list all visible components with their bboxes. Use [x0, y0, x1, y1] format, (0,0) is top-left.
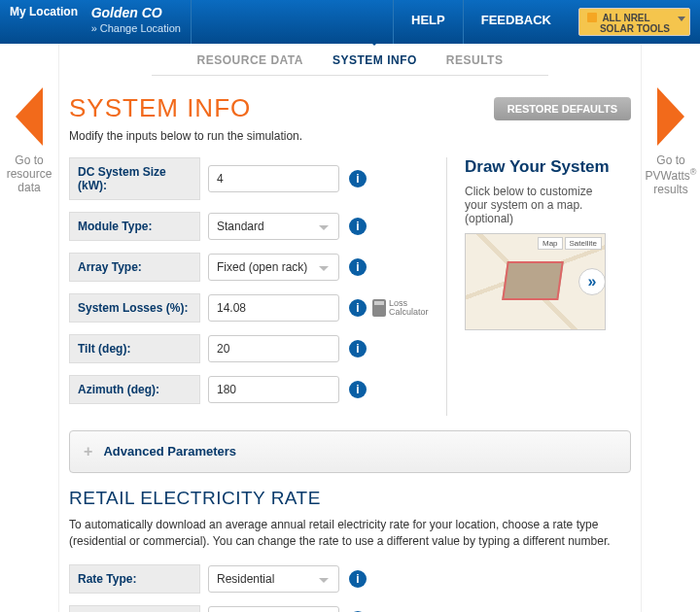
next-arrow-icon[interactable]: [657, 87, 684, 146]
row-azimuth: Azimuth (deg): 180 i: [69, 375, 429, 404]
dc-size-input[interactable]: 4: [208, 165, 339, 192]
draw-system-desc: Click below to customize your system on …: [465, 185, 612, 225]
solar-tools-dropdown[interactable]: ALL NREL SOLAR TOOLS: [578, 8, 690, 36]
info-icon[interactable]: i: [349, 381, 367, 398]
tab-system-info[interactable]: SYSTEM INFO: [332, 53, 417, 67]
rate-label: Rate ($/kWh):: [69, 605, 200, 612]
nav-right-l2: PVWatts®: [642, 167, 700, 183]
rate-type-select[interactable]: Residential: [208, 565, 339, 593]
losses-label: System Losses (%):: [69, 293, 200, 323]
row-module-type: Module Type: Standard i: [69, 212, 429, 241]
help-button[interactable]: HELP: [393, 0, 463, 44]
info-icon[interactable]: i: [349, 258, 367, 276]
retail-title: RETAIL ELECTRICITY RATE: [69, 488, 631, 509]
change-location-link[interactable]: » Change Location: [91, 22, 181, 34]
advanced-label: Advanced Parameters: [103, 444, 236, 459]
top-header: My Location Golden CO » Change Location …: [0, 0, 700, 44]
dc-size-label: DC System Size (kW):: [69, 157, 200, 200]
row-tilt: Tilt (deg): 20 i: [69, 334, 429, 363]
row-dc-size: DC System Size (kW): 4 i: [69, 157, 429, 200]
tab-results[interactable]: RESULTS: [446, 53, 504, 67]
row-rate: Rate ($/kWh): 0.111 i: [69, 605, 631, 612]
tilt-input[interactable]: 20: [208, 335, 339, 362]
rate-input[interactable]: 0.111: [208, 606, 339, 612]
row-system-losses: System Losses (%): 14.08 i Loss Calculat…: [69, 293, 429, 323]
draw-system-panel: Draw Your System Click below to customiz…: [446, 157, 612, 416]
solar-tools-icon: [587, 13, 597, 22]
nav-left-l3: data: [0, 181, 58, 194]
form-columns: DC System Size (kW): 4 i Module Type: St…: [69, 157, 631, 416]
nav-left-l2: resource: [0, 167, 58, 181]
main-content: RESOURCE DATA SYSTEM INFO RESULTS SYSTEM…: [58, 44, 642, 612]
retail-desc: To automatically download an average ann…: [69, 517, 631, 550]
azimuth-input[interactable]: 180: [208, 376, 339, 403]
nav-left: Go to resource data: [0, 44, 58, 194]
losses-input[interactable]: 14.08: [208, 294, 339, 322]
page-layout: Go to resource data RESOURCE DATA SYSTEM…: [0, 44, 700, 612]
module-type-label: Module Type:: [69, 212, 200, 241]
my-location-label: My Location: [10, 5, 88, 18]
array-type-select[interactable]: Fixed (open rack): [208, 254, 339, 281]
tab-resource-data[interactable]: RESOURCE DATA: [197, 53, 303, 67]
tilt-label: Tilt (deg):: [69, 334, 200, 363]
location-value: Golden CO: [91, 5, 162, 20]
rate-type-label: Rate Type:: [69, 564, 200, 594]
map-thumbnail[interactable]: Map Satellite »: [465, 233, 606, 330]
nav-right-l1: Go to: [642, 153, 700, 167]
location-value-block: Golden CO » Change Location: [91, 5, 181, 35]
info-icon[interactable]: i: [349, 340, 367, 357]
map-type-tabs: Map Satellite: [538, 237, 602, 250]
plus-icon: +: [84, 443, 92, 459]
restore-defaults-button[interactable]: RESTORE DEFAULTS: [494, 97, 631, 120]
map-tab-map[interactable]: Map: [538, 237, 563, 250]
calculator-icon: [372, 299, 386, 317]
form-column: DC System Size (kW): 4 i Module Type: St…: [69, 157, 429, 416]
tools-line1: ALL NREL: [602, 13, 649, 23]
advanced-parameters-toggle[interactable]: + Advanced Parameters: [69, 430, 631, 473]
page-title: SYSTEM INFO: [69, 93, 251, 123]
nav-right-l3: results: [642, 183, 700, 196]
info-icon[interactable]: i: [349, 570, 367, 588]
info-icon[interactable]: i: [349, 299, 367, 317]
header-spacer: [192, 0, 393, 44]
tools-line2: SOLAR TOOLS: [600, 23, 670, 34]
title-row: SYSTEM INFO RESTORE DEFAULTS: [69, 93, 631, 123]
array-type-label: Array Type:: [69, 253, 200, 282]
page-subtitle: Modify the inputs below to run the simul…: [69, 129, 631, 143]
map-tab-sat[interactable]: Satellite: [565, 237, 602, 250]
location-block: My Location Golden CO » Change Location: [0, 0, 192, 44]
map-polygon: [502, 261, 564, 300]
nav-left-l1: Go to: [0, 153, 58, 167]
info-icon[interactable]: i: [349, 170, 367, 187]
draw-system-title: Draw Your System: [465, 157, 612, 177]
info-icon[interactable]: i: [349, 218, 367, 235]
row-array-type: Array Type: Fixed (open rack) i: [69, 253, 429, 282]
azimuth-label: Azimuth (deg):: [69, 375, 200, 404]
map-next-icon[interactable]: »: [578, 268, 606, 295]
row-rate-type: Rate Type: Residential i: [69, 564, 631, 594]
prev-arrow-icon[interactable]: [16, 87, 43, 146]
feedback-button[interactable]: FEEDBACK: [463, 0, 569, 44]
nav-right: Go to PVWatts® results: [642, 44, 700, 196]
loss-calculator-link[interactable]: Loss Calculator: [372, 299, 428, 317]
module-type-select[interactable]: Standard: [208, 213, 339, 240]
tab-bar: RESOURCE DATA SYSTEM INFO RESULTS: [152, 44, 548, 76]
loss-calc-label: Loss Calculator: [389, 299, 428, 317]
